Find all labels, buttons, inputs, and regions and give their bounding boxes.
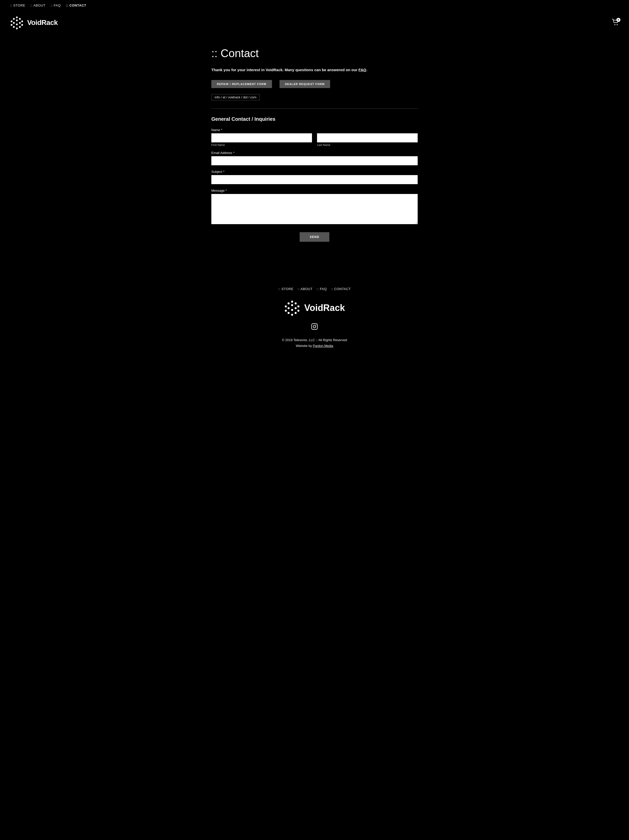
credit-text: Website by Pardon Media	[10, 344, 619, 348]
footer-logo-area: VoidRack	[10, 300, 619, 316]
svg-point-31	[313, 325, 316, 328]
svg-point-7	[19, 22, 21, 24]
svg-point-4	[16, 20, 18, 21]
svg-point-9	[16, 24, 18, 25]
title-text: Contact	[221, 47, 259, 59]
cart-button[interactable]: 0	[612, 19, 619, 27]
svg-point-16	[291, 301, 293, 303]
site-footer: :: STORE :: ABOUT :: FAQ :: CONTACT Void…	[0, 272, 629, 358]
cart-badge: 0	[616, 18, 620, 22]
site-header: VoidRack 0	[0, 11, 629, 37]
svg-point-17	[288, 302, 289, 305]
intro-paragraph: Thank you for your interest in VoidRack.…	[211, 67, 418, 73]
faq-link[interactable]: FAQ	[359, 68, 366, 72]
subject-group: Subject *	[211, 170, 418, 184]
logo-area: VoidRack	[10, 16, 58, 30]
pardon-media-link[interactable]: Pardon Media	[313, 344, 333, 348]
svg-point-21	[297, 305, 299, 308]
svg-point-13	[16, 28, 18, 30]
svg-point-24	[285, 310, 287, 312]
repair-replacement-button[interactable]: REPAIR / REPLACEMENT FORM	[211, 80, 272, 88]
instagram-icon[interactable]	[311, 323, 318, 330]
svg-point-18	[295, 302, 297, 305]
svg-point-12	[19, 26, 21, 28]
svg-point-26	[297, 310, 299, 312]
message-label: Message *	[211, 189, 418, 193]
svg-point-25	[291, 309, 293, 311]
last-name-field: Last Name	[317, 133, 418, 147]
main-content: :: Contact Thank you for your interest i…	[201, 37, 428, 257]
email-label: Email Address *	[211, 151, 418, 155]
nav-store[interactable]: :: STORE	[10, 3, 25, 7]
svg-point-14	[615, 24, 615, 25]
page-title: :: Contact	[211, 47, 418, 60]
svg-point-27	[288, 312, 289, 314]
svg-point-19	[285, 305, 287, 308]
svg-point-10	[21, 24, 23, 26]
svg-point-20	[291, 304, 293, 306]
name-label: Name *	[211, 128, 418, 132]
footer-nav-faq[interactable]: :: FAQ	[316, 287, 327, 291]
svg-point-3	[11, 21, 13, 22]
send-button[interactable]: SEND	[300, 232, 329, 242]
action-buttons-row: REPAIR / REPLACEMENT FORM DEALER REQUEST…	[211, 80, 418, 88]
form-section-title: General Contact / Inquiries	[211, 116, 418, 122]
first-name-label: First Name	[211, 144, 312, 147]
copyright-text: © 2019 Telesonix, LLC :: All Rights Rese…	[10, 338, 619, 342]
svg-point-11	[13, 26, 15, 28]
email-input[interactable]	[211, 156, 418, 165]
send-button-wrap: SEND	[211, 232, 418, 242]
svg-point-2	[19, 18, 21, 20]
title-prefix: ::	[211, 47, 221, 59]
name-row: First Name Last Name	[211, 133, 418, 147]
svg-point-1	[13, 18, 15, 20]
top-navigation: :: STORE :: ABOUT :: FAQ :: CONTACT	[0, 0, 629, 11]
svg-point-0	[16, 17, 18, 18]
social-icons-row	[10, 323, 619, 330]
email-address[interactable]: info / at / voidrack / dot / com	[211, 94, 260, 100]
svg-point-8	[11, 24, 13, 26]
nav-about[interactable]: :: ABOUT	[30, 3, 46, 7]
contact-form: Name * First Name Last Name Email Addres…	[211, 128, 418, 242]
dealer-request-button[interactable]: DEALER REQUEST FORM	[280, 80, 330, 88]
svg-point-32	[316, 325, 316, 325]
svg-point-22	[288, 307, 289, 309]
message-group: Message *	[211, 189, 418, 225]
svg-point-29	[291, 314, 293, 316]
footer-nav-store[interactable]: :: STORE	[278, 287, 294, 291]
footer-logo-text: VoidRack	[304, 303, 345, 313]
message-textarea[interactable]	[211, 194, 418, 224]
footer-logo-icon	[284, 300, 300, 316]
last-name-label: Last Name	[317, 144, 418, 147]
svg-point-23	[295, 307, 297, 309]
footer-navigation: :: STORE :: ABOUT :: FAQ :: CONTACT	[10, 287, 619, 291]
nav-faq[interactable]: :: FAQ	[51, 3, 61, 7]
footer-nav-about[interactable]: :: ABOUT	[297, 287, 313, 291]
first-name-field: First Name	[211, 133, 312, 147]
last-name-input[interactable]	[317, 133, 418, 142]
email-group: Email Address *	[211, 151, 418, 165]
logo-icon	[10, 16, 24, 30]
svg-point-28	[295, 312, 297, 314]
svg-rect-30	[311, 324, 317, 329]
subject-input[interactable]	[211, 175, 418, 184]
svg-point-6	[13, 22, 15, 24]
svg-point-15	[617, 24, 618, 25]
nav-contact[interactable]: :: CONTACT	[66, 3, 86, 7]
email-link-area: info / at / voidrack / dot / com	[211, 94, 418, 109]
logo-text: VoidRack	[27, 19, 58, 27]
footer-nav-contact[interactable]: :: CONTACT	[331, 287, 351, 291]
first-name-input[interactable]	[211, 133, 312, 142]
subject-label: Subject *	[211, 170, 418, 174]
svg-point-5	[21, 21, 23, 22]
name-group: Name * First Name Last Name	[211, 128, 418, 147]
